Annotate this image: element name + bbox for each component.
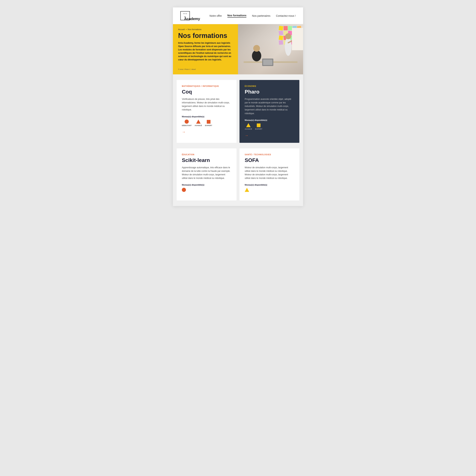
card-pharo: ÉCONOMIE Pharo Programmation avancée ori… [239, 80, 299, 143]
bottom-cards-grid: ÉDUCATION Scikit-learn Apprentissage aut… [177, 148, 299, 201]
nav-item-partenaires[interactable]: Nos partenaires [252, 14, 270, 17]
card-coq-levels-label: Niveau(x) disponible(s) [182, 116, 231, 118]
breadcrumb-home[interactable]: Accueil [178, 28, 185, 31]
hero-description: Inria Academy, forme les ingénieurs aux … [178, 41, 233, 61]
logo-academy-text: Academy [184, 15, 186, 19]
level-expert: EXPERT [205, 120, 212, 126]
shape-circle-scikit [182, 188, 186, 192]
shape-triangle-yellow-avance [246, 123, 251, 127]
card-pharo-title: Pharo [245, 89, 294, 95]
card-coq-arrow[interactable]: → [182, 130, 186, 134]
svg-rect-4 [263, 60, 272, 65]
card-pharo-levels-label: Niveau(x) disponible(s) [245, 119, 294, 121]
hero-photo-placeholder [238, 24, 303, 74]
card-sofa-levels-label: Niveau(x) disponible(s) [245, 184, 294, 186]
nav-item-contact[interactable]: Contactez-nous ! [276, 14, 296, 17]
photo-credit: © Inria / Photo C. Morel [178, 68, 233, 70]
svg-point-2 [253, 45, 260, 52]
card-coq: MATHÉMATIQUES / INFORMATIQUE Coq Vérific… [177, 80, 237, 143]
card-scikit: ÉDUCATION Scikit-learn Apprentissage aut… [177, 148, 237, 201]
card-pharo-levels: AVANCÉ EXPERT [245, 123, 294, 130]
nav-item-offre[interactable]: Notre offre [210, 14, 222, 17]
card-scikit-category: ÉDUCATION [182, 153, 231, 156]
level-pharo-avance-label: AVANCÉ [245, 128, 252, 130]
hero-section: Accueil • Nos formations Nos formations … [173, 24, 303, 74]
card-coq-levels: DÉBUTANT AVANCÉ EXPERT [182, 119, 231, 126]
shape-square-yellow-expert [257, 123, 260, 127]
level-scikit-debutant [182, 188, 186, 192]
card-coq-title: Coq [182, 89, 231, 95]
card-sofa-title: SOFA [245, 157, 294, 163]
hero-title: Nos formations [178, 32, 233, 39]
breadcrumb-separator: • [186, 28, 187, 31]
svg-point-6 [285, 33, 291, 39]
breadcrumb-current: Nos formations [187, 28, 201, 31]
level-avance-label: AVANCÉ [195, 125, 202, 126]
card-coq-desc: Vérificateurs de preuve, très prisé des … [182, 97, 231, 112]
logo[interactable]: Inria Academy [180, 11, 190, 20]
card-sofa-category: SANTÉ / TECHNOLOGIES [245, 153, 294, 156]
header: Inria Academy Notre offre Nos formations… [173, 7, 303, 24]
shape-triangle-avance [196, 119, 201, 124]
level-pharo-expert-label: EXPERT [255, 128, 262, 130]
level-sofa-avance [245, 188, 249, 192]
breadcrumb: Accueil • Nos formations [178, 28, 233, 31]
main-nav: Notre offre Nos formations Nos partenair… [210, 14, 296, 18]
page-wrapper: Inria Academy Notre offre Nos formations… [173, 7, 303, 206]
level-pharo-expert: EXPERT [255, 123, 262, 130]
svg-point-1 [252, 50, 261, 61]
shape-triangle-sofa [245, 188, 249, 192]
bottom-cards-section: ÉDUCATION Scikit-learn Apprentissage aut… [173, 148, 303, 206]
card-scikit-title: Scikit-learn [182, 157, 231, 163]
level-debutant-label: DÉBUTANT [182, 125, 192, 126]
level-debutant: DÉBUTANT [182, 119, 192, 126]
card-pharo-arrow[interactable]: → [245, 133, 248, 137]
shape-square-expert [207, 120, 210, 124]
card-scikit-desc: Apprentissage automatique, très efficace… [182, 166, 231, 180]
card-scikit-levels [182, 188, 231, 192]
svg-rect-8 [292, 28, 303, 50]
card-sofa-levels [245, 188, 294, 192]
shape-circle-debutant [185, 119, 189, 124]
card-scikit-levels-label: Niveau(x) disponible(s) [182, 184, 231, 186]
hero-left: Accueil • Nos formations Nos formations … [173, 24, 238, 74]
card-pharo-desc: Programmation avancée orientée objet, ad… [245, 97, 294, 115]
card-pharo-category: ÉCONOMIE [245, 85, 294, 87]
hero-image [238, 24, 303, 74]
svg-point-5 [285, 37, 291, 56]
level-pharo-avance: AVANCÉ [245, 123, 252, 130]
cards-section: MATHÉMATIQUES / INFORMATIQUE Coq Vérific… [173, 74, 303, 148]
level-avance: AVANCÉ [195, 119, 202, 126]
card-sofa: SANTÉ / TECHNOLOGIES SOFA Moteur de simu… [239, 148, 299, 201]
level-expert-label: EXPERT [205, 125, 212, 126]
cards-grid: MATHÉMATIQUES / INFORMATIQUE Coq Vérific… [177, 80, 299, 143]
card-sofa-desc: Moteur de simulation multi-corps, largem… [245, 166, 294, 180]
card-coq-category: MATHÉMATIQUES / INFORMATIQUE [182, 85, 231, 87]
nav-item-formations[interactable]: Nos formations [227, 14, 247, 18]
logo-inria-text: Inria [183, 13, 187, 15]
